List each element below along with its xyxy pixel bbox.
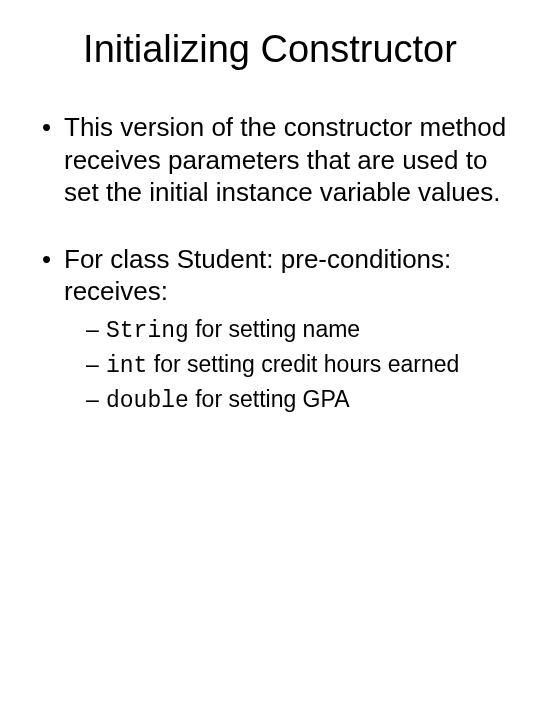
bullet-list: This version of the constructor method r…	[32, 111, 508, 417]
bullet-text: For class Student: pre-conditions: recei…	[64, 244, 451, 307]
sub-bullet-text: for setting credit hours earned	[147, 351, 459, 377]
bullet-item: This version of the constructor method r…	[42, 111, 508, 209]
code-token: int	[106, 353, 147, 379]
code-token: String	[106, 318, 189, 344]
bullet-item: For class Student: pre-conditions: recei…	[42, 243, 508, 417]
sub-bullet-item: double for setting GPA	[86, 384, 508, 417]
bullet-text: This version of the constructor method r…	[64, 112, 506, 207]
slide: Initializing Constructor This version of…	[0, 0, 540, 720]
slide-title: Initializing Constructor	[32, 28, 508, 71]
sub-bullet-text: for setting GPA	[189, 386, 350, 412]
code-token: double	[106, 388, 189, 414]
sub-bullet-item: String for setting name	[86, 314, 508, 347]
sub-bullet-text: for setting name	[189, 316, 360, 342]
sub-bullet-list: String for setting name int for setting …	[64, 314, 508, 417]
sub-bullet-item: int for setting credit hours earned	[86, 349, 508, 382]
